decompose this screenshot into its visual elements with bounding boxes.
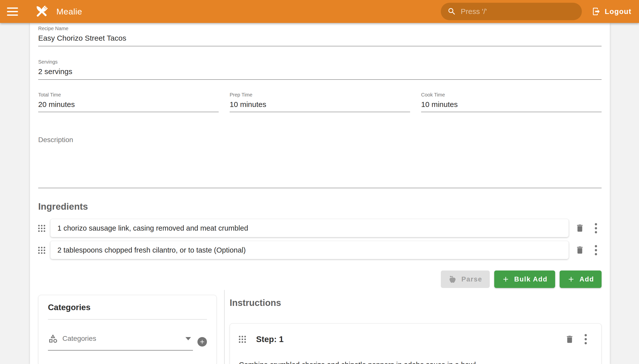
recipe-name-label: Recipe Name	[38, 26, 601, 32]
recipe-name-input[interactable]	[38, 34, 601, 43]
instructions-column: Instructions Step: 1	[224, 290, 601, 364]
add-label: Add	[580, 276, 594, 283]
ingredient-card	[50, 241, 569, 259]
hamburger-menu-icon[interactable]	[7, 4, 23, 19]
ingredient-row	[38, 219, 601, 237]
prep-time-label: Prep Time	[230, 92, 410, 98]
app-bar: Mealie Logout	[0, 0, 639, 23]
shapes-icon	[48, 334, 58, 344]
logout-icon	[592, 7, 601, 16]
description-textarea[interactable]	[38, 144, 601, 188]
recipe-name-field: Recipe Name	[38, 23, 601, 46]
plus-icon	[199, 338, 205, 345]
cook-time-label: Cook Time	[421, 92, 601, 98]
total-time-field: Total Time	[38, 92, 219, 112]
trash-icon	[575, 224, 585, 233]
step-card: Step: 1 Combine crumbled chorizo and chi…	[230, 323, 601, 364]
delete-ingredient-button[interactable]	[575, 224, 585, 233]
ingredient-row	[38, 241, 601, 259]
ingredient-card	[50, 219, 569, 237]
categories-select-row: Categories	[48, 334, 207, 350]
trash-icon	[575, 245, 585, 255]
servings-input[interactable]	[38, 67, 601, 76]
total-time-input[interactable]	[38, 100, 219, 109]
search-icon	[447, 7, 456, 16]
bottom-section: Categories Categories	[38, 290, 601, 364]
time-fields-row: Total Time Prep Time Cook Time	[38, 92, 601, 112]
servings-label: Servings	[38, 59, 601, 65]
plus-icon	[502, 275, 510, 283]
ingredient-input[interactable]	[57, 246, 562, 254]
delete-ingredient-button[interactable]	[575, 245, 585, 255]
step-header: Step: 1	[239, 334, 591, 344]
add-ingredient-button[interactable]: Add	[560, 270, 601, 288]
description-label: Description	[38, 136, 73, 144]
drag-handle-icon[interactable]	[38, 247, 45, 254]
prep-time-input[interactable]	[230, 100, 410, 109]
categories-select[interactable]: Categories	[48, 334, 193, 350]
apple-icon	[448, 275, 457, 284]
bulk-add-label: Bulk Add	[514, 276, 548, 283]
divider	[48, 319, 207, 320]
search-bar[interactable]	[441, 3, 582, 20]
ingredient-input[interactable]	[57, 224, 562, 232]
search-input[interactable]	[461, 7, 575, 16]
app-title: Mealie	[56, 7, 82, 16]
plus-icon	[567, 275, 575, 283]
prep-time-field: Prep Time	[230, 92, 410, 112]
chevron-down-icon	[185, 337, 191, 340]
cook-time-field: Cook Time	[421, 92, 601, 112]
instructions-heading: Instructions	[230, 298, 601, 308]
cook-time-input[interactable]	[421, 100, 601, 109]
ingredient-list	[38, 219, 601, 259]
ingredient-menu-kebab-icon[interactable]	[594, 245, 597, 255]
categories-column: Categories Categories	[38, 290, 224, 364]
ingredients-heading: Ingredients	[38, 201, 601, 212]
categories-heading: Categories	[48, 303, 207, 312]
recipe-editor-card: Recipe Name Servings Total Time Prep Tim…	[30, 23, 610, 364]
ingredient-menu-kebab-icon[interactable]	[594, 223, 597, 233]
parse-label: Parse	[461, 276, 482, 283]
add-category-button[interactable]	[197, 337, 207, 346]
drag-handle-icon[interactable]	[239, 336, 246, 342]
trash-icon	[565, 334, 574, 344]
fork-knife-logo-icon[interactable]	[34, 4, 49, 20]
total-time-label: Total Time	[38, 92, 219, 98]
parse-button[interactable]: Parse	[441, 270, 490, 288]
bulk-add-button[interactable]: Bulk Add	[494, 270, 555, 288]
ingredient-actions: Parse Bulk Add Add	[38, 270, 601, 288]
description-field: Description	[38, 136, 601, 188]
drag-handle-icon[interactable]	[38, 225, 45, 232]
recipe-edit-page: Mealie Logout Recipe Name Servings To	[0, 0, 639, 364]
logout-label: Logout	[605, 8, 631, 16]
step-text-input[interactable]: Combine crumbled chorizo and chipotle pe…	[239, 360, 591, 364]
categories-select-placeholder: Categories	[62, 334, 96, 342]
servings-field: Servings	[38, 59, 601, 80]
categories-card: Categories Categories	[38, 295, 217, 364]
step-title: Step: 1	[256, 334, 284, 344]
delete-step-button[interactable]	[565, 334, 574, 344]
logout-button[interactable]: Logout	[592, 7, 631, 16]
step-menu-kebab-icon[interactable]	[584, 334, 587, 344]
